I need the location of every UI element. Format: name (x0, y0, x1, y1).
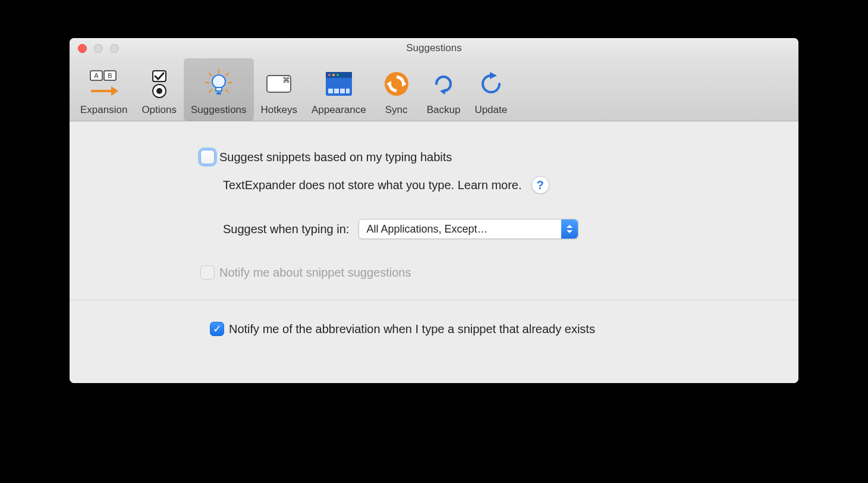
zoom-window-button[interactable] (110, 44, 119, 53)
svg-point-14 (212, 75, 225, 88)
svg-line-12 (209, 90, 212, 92)
svg-line-9 (226, 73, 228, 76)
svg-marker-32 (490, 72, 497, 79)
minimize-window-button[interactable] (94, 44, 103, 53)
tab-label: Backup (427, 104, 461, 116)
appearance-icon (323, 68, 354, 99)
suggest-scope-value: All Applications, Except… (366, 223, 488, 236)
suggest-snippets-checkbox[interactable] (200, 150, 215, 164)
divider (70, 300, 798, 300)
svg-text:⌘: ⌘ (282, 76, 290, 84)
svg-line-13 (226, 90, 228, 92)
help-button[interactable]: ? (532, 176, 549, 194)
content-area: Suggest snippets based on my typing habi… (70, 121, 798, 383)
tab-suggestions[interactable]: Suggestions (184, 58, 254, 121)
tab-hotkeys[interactable]: ⌘ Hotkeys (254, 58, 304, 121)
tab-label: Options (141, 104, 177, 116)
suggest-scope-select[interactable]: All Applications, Except… (358, 219, 578, 239)
notify-abbreviation-checkbox[interactable]: ✓ (210, 322, 224, 336)
svg-text:B: B (108, 72, 112, 79)
hotkeys-icon: ⌘ (263, 68, 294, 99)
svg-rect-16 (216, 92, 221, 95)
window-title: Suggestions (70, 42, 798, 54)
sync-icon (381, 68, 412, 99)
titlebar: Suggestions (70, 38, 798, 58)
suggest-scope-label: Suggest when typing in: (223, 222, 349, 236)
svg-point-21 (328, 74, 331, 76)
options-icon (144, 68, 175, 99)
svg-rect-15 (216, 87, 222, 91)
window-controls (70, 44, 119, 53)
svg-rect-25 (334, 89, 339, 93)
backup-icon (428, 68, 459, 99)
check-icon: ✓ (213, 324, 222, 334)
chevron-up-down-icon (561, 219, 578, 239)
close-window-button[interactable] (78, 44, 87, 53)
svg-marker-31 (440, 89, 446, 95)
svg-line-8 (209, 73, 212, 76)
tab-label: Expansion (80, 104, 127, 116)
notify-suggestions-label: Notify me about snippet suggestions (219, 266, 411, 280)
svg-rect-27 (346, 89, 350, 93)
svg-rect-26 (340, 89, 345, 93)
notify-abbreviation-label: Notify me of the abbreviation when I typ… (229, 322, 595, 336)
svg-text:A: A (94, 72, 99, 79)
svg-rect-24 (328, 89, 333, 93)
tab-expansion[interactable]: A B Expansion (73, 58, 134, 121)
tab-label: Update (474, 104, 507, 116)
tab-sync[interactable]: Sync (373, 58, 420, 121)
suggestions-icon (203, 68, 234, 99)
toolbar: A B Expansion Options (70, 58, 798, 121)
tab-update[interactable]: Update (467, 58, 514, 121)
svg-point-6 (156, 88, 162, 94)
update-icon (476, 68, 507, 99)
svg-point-22 (332, 74, 335, 76)
tab-options[interactable]: Options (134, 58, 184, 121)
expansion-icon: A B (89, 68, 119, 99)
tab-label: Appearance (312, 104, 366, 116)
notify-suggestions-checkbox (200, 265, 215, 280)
tab-backup[interactable]: Backup (420, 58, 468, 121)
tab-appearance[interactable]: Appearance (304, 58, 373, 121)
suggest-snippets-label: Suggest snippets based on my typing habi… (219, 150, 452, 164)
privacy-text: TextExpander does not store what you typ… (223, 178, 522, 192)
preferences-window: Suggestions A B Expansion (70, 38, 798, 383)
tab-label: Sync (385, 104, 408, 116)
tab-label: Suggestions (191, 104, 247, 116)
tab-label: Hotkeys (261, 104, 297, 116)
svg-point-23 (336, 74, 339, 76)
